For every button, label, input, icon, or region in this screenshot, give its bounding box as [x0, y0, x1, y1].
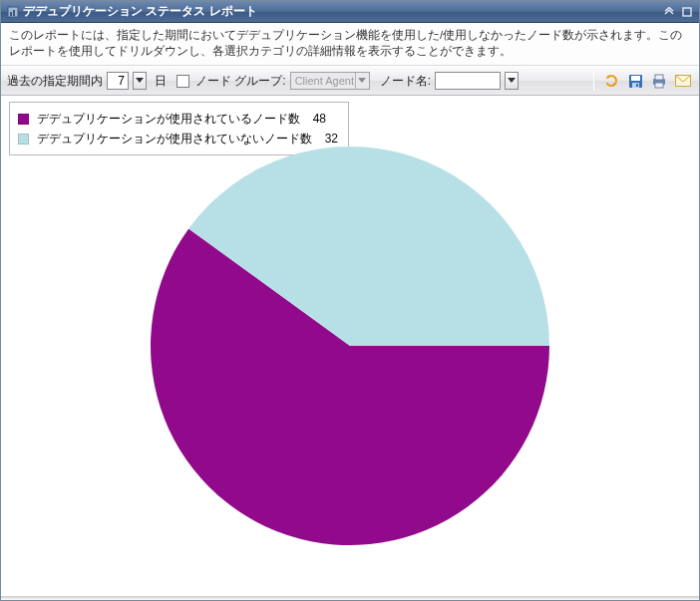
maximize-button[interactable]	[679, 5, 695, 19]
node-name-input[interactable]	[435, 72, 501, 90]
node-group-label: ノード グループ:	[195, 73, 286, 90]
email-button[interactable]	[673, 71, 693, 91]
svg-rect-7	[636, 84, 638, 87]
report-icon	[7, 6, 19, 18]
period-label: 過去の指定期間内	[7, 73, 103, 90]
period-input[interactable]	[107, 72, 129, 90]
period-unit-label: 日	[155, 73, 167, 90]
window-title: デデュプリケーション ステータス レポート	[23, 3, 659, 20]
node-group-select[interactable]: Client Agent	[290, 72, 370, 90]
svg-rect-10	[655, 83, 663, 88]
report-window: デデュプリケーション ステータス レポート このレポートには、指定した期間におい…	[0, 0, 700, 601]
shadow	[1, 596, 699, 600]
report-description: このレポートには、指定した期間においてデデュプリケーション機能を使用した/使用し…	[1, 23, 699, 66]
svg-rect-1	[10, 12, 12, 16]
node-name-dropdown-button[interactable]	[505, 72, 519, 90]
svg-rect-5	[631, 76, 640, 81]
collapse-button[interactable]	[661, 5, 677, 19]
refresh-button[interactable]	[601, 71, 621, 91]
chevron-down-icon	[355, 73, 369, 89]
svg-rect-9	[655, 75, 663, 80]
toolbar: 過去の指定期間内 日 ノード グループ: Client Agent ノード名:	[1, 66, 699, 96]
toolbar-divider	[593, 71, 594, 91]
pie-chart	[1, 96, 699, 596]
node-name-label: ノード名:	[380, 73, 431, 90]
node-group-checkbox[interactable]	[176, 75, 189, 88]
save-button[interactable]	[625, 71, 645, 91]
titlebar: デデュプリケーション ステータス レポート	[1, 1, 699, 23]
node-group-value: Client Agent	[295, 75, 354, 87]
svg-rect-2	[13, 10, 15, 16]
print-button[interactable]	[649, 71, 669, 91]
chart-area: デデュプリケーションが使用されているノード数 48 デデュプリケーションが使用さ…	[1, 96, 699, 596]
period-dropdown-button[interactable]	[133, 72, 147, 90]
svg-rect-3	[683, 8, 691, 16]
